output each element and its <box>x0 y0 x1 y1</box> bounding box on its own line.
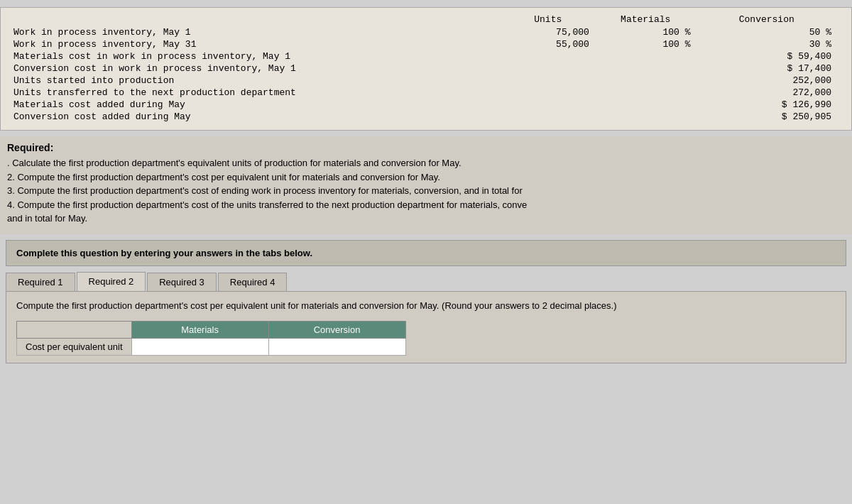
required-item-1: . Calculate the first production departm… <box>7 156 838 170</box>
small-table-col2: Conversion <box>268 322 405 339</box>
row-materials-pct <box>595 99 697 111</box>
materials-input-cell[interactable] <box>131 339 268 356</box>
complete-instruction: Complete this question by entering your … <box>16 248 836 258</box>
required-section: Required: . Calculate the first producti… <box>0 136 852 234</box>
row-materials-pct: 100 % <box>595 38 697 50</box>
row-label: Units transferred to the next production… <box>8 87 501 99</box>
row-units <box>501 111 595 123</box>
tab-required-4[interactable]: Required 4 <box>218 273 288 291</box>
row-units: 55,000 <box>501 38 595 50</box>
table-row: Work in process inventory, May 175,00010… <box>8 26 837 38</box>
table-row: Work in process inventory, May 3155,0001… <box>8 38 837 50</box>
col-header-conversion: Conversion <box>697 13 837 26</box>
row-label: Materials cost added during May <box>8 99 501 111</box>
row-materials-pct <box>595 111 697 123</box>
row-units <box>501 62 595 75</box>
row-units: 75,000 <box>501 26 595 38</box>
row-materials-pct <box>595 75 697 87</box>
required-title: Required: <box>7 142 838 153</box>
data-table: Units Materials Conversion Work in proce… <box>8 13 837 123</box>
table-row: Materials cost in work in process invent… <box>8 50 837 62</box>
row-units <box>501 75 595 87</box>
row-materials-pct: 100 % <box>595 26 697 38</box>
row-label: Materials cost in work in process invent… <box>8 50 501 62</box>
row-label: Conversion cost added during May <box>8 111 501 123</box>
table-row: Conversion cost added during May$ 250,90… <box>8 111 837 123</box>
small-table: Materials Conversion Cost per equivalent… <box>16 321 406 356</box>
tabs-area: Required 1Required 2Required 3Required 4 <box>6 272 846 291</box>
tab-content-area: Compute the first production department'… <box>6 291 846 364</box>
row-materials-pct <box>595 62 697 75</box>
row-label: Work in process inventory, May 1 <box>8 26 501 38</box>
materials-input[interactable] <box>141 341 260 352</box>
row-value: $ 17,400 <box>697 62 837 75</box>
conversion-input-cell[interactable] <box>268 339 405 356</box>
table-row: Units started into production252,000 <box>8 75 837 87</box>
row-value: 252,000 <box>697 75 837 87</box>
row-value: 30 % <box>697 38 837 50</box>
row-label: Work in process inventory, May 31 <box>8 38 501 50</box>
row-units <box>501 99 595 111</box>
required-item-2: 2. Compute the first production departme… <box>7 170 838 185</box>
row-label: Conversion cost in work in process inven… <box>8 62 501 75</box>
tab-required-1[interactable]: Required 1 <box>6 273 75 291</box>
required-item-3: 3. Compute the first production departme… <box>7 184 838 198</box>
conversion-input[interactable] <box>278 341 397 352</box>
tab-required-3[interactable]: Required 3 <box>147 273 217 291</box>
row-units <box>501 50 595 62</box>
row-value: $ 126,990 <box>697 99 837 111</box>
row-value: $ 59,400 <box>697 50 837 62</box>
row-label: Units started into production <box>8 75 501 87</box>
required-last-line: and in total for May. <box>7 212 838 226</box>
empty-header <box>8 13 501 26</box>
table-row: Units transferred to the next production… <box>8 87 837 99</box>
row-value: 50 % <box>697 26 837 38</box>
col-header-materials: Materials <box>595 13 697 26</box>
required-item-4: 4. Compute the first production departme… <box>7 198 838 212</box>
row-units <box>501 87 595 99</box>
row-materials-pct <box>595 87 697 99</box>
tab-required-2[interactable]: Required 2 <box>77 272 146 291</box>
tab2-description: Compute the first production department'… <box>16 299 836 313</box>
table-row: Conversion cost in work in process inven… <box>8 62 837 75</box>
col-header-units: Units <box>501 13 595 26</box>
cost-per-unit-label: Cost per equivalent unit <box>17 339 132 356</box>
row-value: $ 250,905 <box>697 111 837 123</box>
data-table-section: Units Materials Conversion Work in proce… <box>0 7 852 131</box>
row-materials-pct <box>595 50 697 62</box>
table-row: Materials cost added during May$ 126,990 <box>8 99 837 111</box>
complete-box: Complete this question by entering your … <box>6 240 846 266</box>
small-table-col1: Materials <box>131 322 268 339</box>
small-table-empty-header <box>17 322 132 339</box>
row-value: 272,000 <box>697 87 837 99</box>
